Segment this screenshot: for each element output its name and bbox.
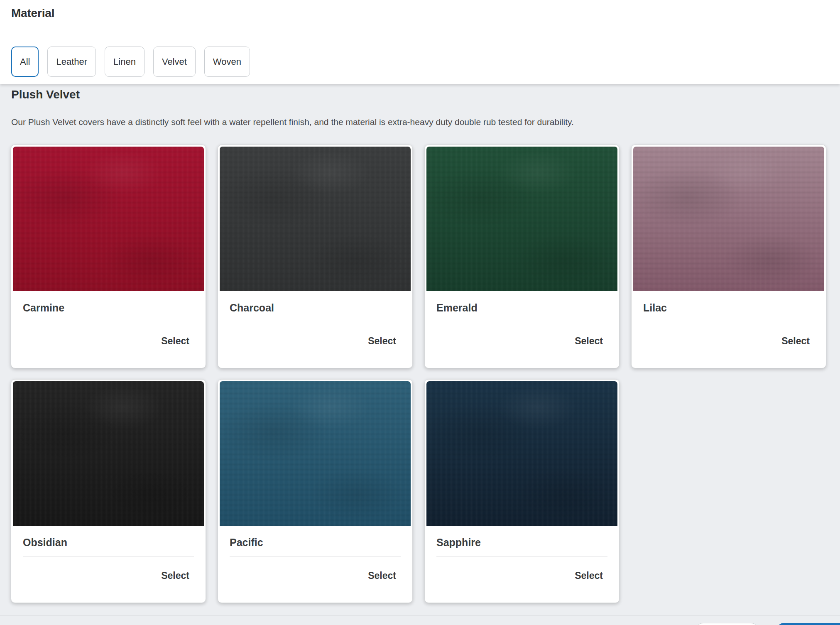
material-content: Plush Velvet Our Plush Velvet covers hav…	[0, 84, 840, 603]
swatch-card-sapphire: SapphireSelect	[424, 379, 620, 603]
filter-pill-all[interactable]: All	[11, 47, 39, 77]
swatch-card-info: SapphireSelect	[426, 526, 617, 581]
swatch-image-carmine[interactable]	[13, 147, 204, 291]
filter-pill-leather[interactable]: Leather	[47, 47, 96, 77]
swatch-grid: CarmineSelectCharcoalSelectEmeraldSelect…	[11, 145, 829, 603]
select-button-emerald[interactable]: Select	[436, 336, 607, 347]
card-divider	[230, 556, 401, 557]
swatch-name: Carmine	[23, 302, 194, 314]
footer-primary-button[interactable]	[776, 623, 840, 625]
page-title: Material	[11, 7, 829, 20]
swatch-card-info: LilacSelect	[633, 291, 824, 347]
swatch-image-emerald[interactable]	[426, 147, 617, 291]
swatch-image-lilac[interactable]	[633, 147, 824, 291]
footer-bar	[0, 615, 840, 625]
swatch-name: Lilac	[643, 302, 814, 314]
swatch-name: Emerald	[436, 302, 607, 314]
swatch-card-info: ObsidianSelect	[13, 526, 204, 581]
section-title: Plush Velvet	[11, 88, 829, 101]
swatch-card-info: PacificSelect	[220, 526, 411, 581]
select-button-charcoal[interactable]: Select	[230, 336, 401, 347]
swatch-name: Sapphire	[436, 537, 607, 549]
swatch-card-emerald: EmeraldSelect	[424, 145, 620, 368]
swatch-image-pacific[interactable]	[220, 381, 411, 526]
card-divider	[436, 556, 607, 557]
swatch-card-pacific: PacificSelect	[218, 379, 413, 603]
swatch-card-obsidian: ObsidianSelect	[11, 379, 206, 603]
material-header: Material AllLeatherLinenVelvetWoven	[0, 0, 840, 84]
swatch-name: Charcoal	[230, 302, 401, 314]
swatch-card-info: EmeraldSelect	[426, 291, 617, 347]
filter-pill-velvet[interactable]: Velvet	[153, 47, 196, 77]
swatch-card-carmine: CarmineSelect	[11, 145, 206, 368]
swatch-name: Pacific	[230, 537, 401, 549]
select-button-sapphire[interactable]: Select	[436, 570, 607, 581]
swatch-card-info: CarmineSelect	[13, 291, 204, 347]
filter-pill-linen[interactable]: Linen	[105, 47, 144, 77]
select-button-carmine[interactable]: Select	[23, 336, 194, 347]
select-button-obsidian[interactable]: Select	[23, 570, 194, 581]
section-description: Our Plush Velvet covers have a distinctl…	[11, 116, 829, 128]
card-divider	[23, 322, 194, 322]
material-filter-group: AllLeatherLinenVelvetWoven	[11, 47, 829, 77]
swatch-card-lilac: LilacSelect	[631, 145, 826, 368]
card-divider	[643, 322, 814, 322]
swatch-card-info: CharcoalSelect	[220, 291, 411, 347]
select-button-lilac[interactable]: Select	[643, 336, 814, 347]
card-divider	[436, 322, 607, 322]
swatch-image-charcoal[interactable]	[220, 147, 411, 291]
footer-secondary-button[interactable]	[696, 623, 759, 625]
swatch-image-sapphire[interactable]	[426, 381, 617, 526]
select-button-pacific[interactable]: Select	[230, 570, 401, 581]
swatch-name: Obsidian	[23, 537, 194, 549]
swatch-card-charcoal: CharcoalSelect	[218, 145, 413, 368]
filter-pill-woven[interactable]: Woven	[204, 47, 250, 77]
card-divider	[230, 322, 401, 322]
swatch-image-obsidian[interactable]	[13, 381, 204, 526]
card-divider	[23, 556, 194, 557]
